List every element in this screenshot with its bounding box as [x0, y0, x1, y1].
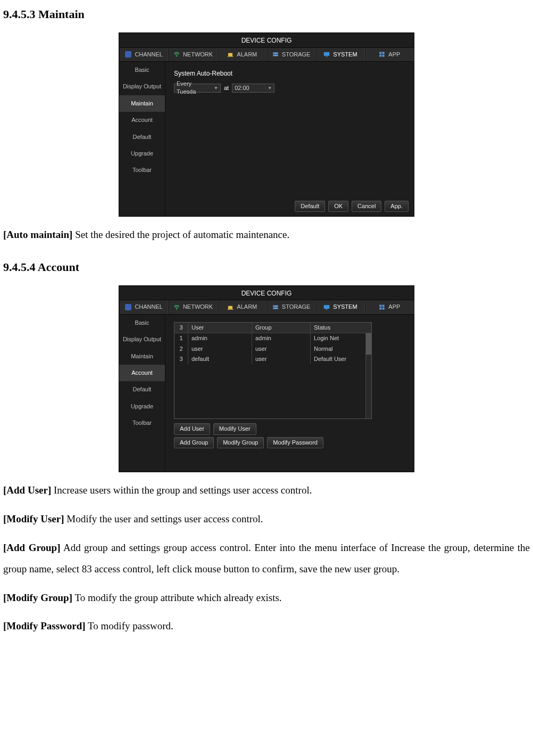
- tab-channel[interactable]: CHANNEL: [119, 48, 168, 61]
- tab-network-label: NETWORK: [183, 51, 213, 59]
- tab-storage-label: STORAGE: [282, 303, 311, 311]
- tab-system-label: SYSTEM: [333, 303, 357, 311]
- cell-status: Login Net: [311, 333, 371, 343]
- table-row[interactable]: 3 default user Default User: [174, 354, 371, 364]
- modify-user-description: [Modify User] Modify the user and settin…: [3, 508, 530, 530]
- sidebar-item-display-output[interactable]: Display Output: [119, 331, 165, 348]
- tab-storage-label: STORAGE: [282, 51, 311, 59]
- wifi-icon: [173, 51, 180, 58]
- panel-tabs: CHANNEL NETWORK ALARM STORAGE SYSTEM APP: [119, 47, 414, 62]
- sidebar-item-upgrade[interactable]: Upgrade: [119, 145, 165, 162]
- modify-group-button[interactable]: Modify Group: [217, 437, 264, 448]
- svg-rect-19: [382, 305, 385, 307]
- tab-system[interactable]: SYSTEM: [315, 48, 364, 61]
- tab-channel[interactable]: CHANNEL: [119, 300, 168, 314]
- cell-user: default: [188, 354, 252, 364]
- svg-rect-16: [324, 305, 330, 309]
- add-user-button[interactable]: Add User: [174, 423, 210, 434]
- account-table-header: 3 User Group Status: [174, 323, 371, 333]
- tab-system[interactable]: SYSTEM: [315, 300, 364, 314]
- sidebar-item-basic[interactable]: Basic: [119, 315, 165, 331]
- cell-group: user: [252, 344, 311, 354]
- sidebar-item-upgrade[interactable]: Upgrade: [119, 398, 165, 415]
- default-button[interactable]: Default: [295, 201, 325, 212]
- table-row[interactable]: 1 admin admin Login Net: [174, 333, 371, 343]
- device-config-panel-maintain: DEVICE CONFIG CHANNEL NETWORK ALARM STOR…: [119, 32, 414, 217]
- sidebar-item-toolbar[interactable]: Toolbar: [119, 162, 165, 178]
- svg-rect-9: [380, 55, 382, 57]
- sidebar: Basic Display Output Maintain Account De…: [119, 62, 165, 216]
- wifi-icon: [173, 303, 180, 311]
- add-user-text: Increase users within the group and sett…: [51, 484, 312, 496]
- svg-rect-18: [380, 305, 382, 307]
- sidebar-item-account[interactable]: Account: [119, 112, 165, 128]
- modify-group-term: [Modify Group]: [3, 592, 72, 603]
- tab-network[interactable]: NETWORK: [168, 48, 217, 61]
- svg-rect-20: [380, 308, 382, 310]
- tab-network-label: NETWORK: [183, 303, 213, 311]
- sidebar-item-toolbar[interactable]: Toolbar: [119, 415, 165, 431]
- svg-rect-5: [324, 52, 330, 56]
- auto-maintain-text: Set the desired the project of automatic…: [72, 229, 289, 240]
- cancel-button[interactable]: Cancel: [352, 201, 381, 212]
- ok-button[interactable]: OK: [328, 201, 348, 212]
- tab-app[interactable]: APP: [365, 48, 414, 61]
- tab-storage[interactable]: STORAGE: [266, 48, 315, 61]
- add-group-description: [Add Group] Add group and settings group…: [3, 537, 530, 580]
- tab-alarm[interactable]: ALARM: [218, 300, 266, 314]
- account-table: 3 User Group Status 1 admin admin Login …: [174, 322, 372, 419]
- panel-title: DEVICE CONFIG: [119, 33, 414, 47]
- sidebar-item-display-output[interactable]: Display Output: [119, 78, 165, 95]
- sidebar-item-basic[interactable]: Basic: [119, 62, 165, 78]
- tab-app-label: APP: [388, 51, 400, 59]
- sidebar-item-maintain[interactable]: Maintain: [119, 348, 165, 365]
- tab-alarm[interactable]: ALARM: [218, 48, 266, 61]
- svg-rect-8: [382, 52, 385, 54]
- modify-password-button[interactable]: Modify Password: [267, 437, 323, 448]
- col-group: Group: [252, 323, 311, 333]
- system-icon: [323, 303, 330, 311]
- add-user-description: [Add User] Increase users within the gro…: [3, 480, 530, 501]
- reboot-time-select[interactable]: 02:00 ▼: [232, 84, 274, 93]
- scrollbar-thumb[interactable]: [366, 333, 371, 355]
- modify-user-term: [Modify User]: [3, 513, 64, 524]
- svg-rect-13: [228, 309, 234, 310]
- cell-group: admin: [252, 333, 311, 343]
- modify-user-button[interactable]: Modify User: [213, 423, 256, 434]
- modify-password-term: [Modify Password]: [3, 620, 86, 631]
- add-group-text: Add group and settings group access cont…: [3, 542, 530, 574]
- app-icon: [378, 51, 386, 58]
- channel-icon: [124, 51, 132, 58]
- vertical-scrollbar[interactable]: [365, 333, 371, 418]
- sidebar-item-account[interactable]: Account: [119, 365, 165, 381]
- tab-storage[interactable]: STORAGE: [266, 300, 315, 314]
- modify-password-text: To modify password.: [86, 620, 173, 631]
- tab-channel-label: CHANNEL: [135, 51, 163, 59]
- reboot-day-value: Every Tuesda: [177, 80, 212, 96]
- cell-n: 3: [174, 354, 188, 364]
- tab-app[interactable]: APP: [365, 300, 414, 314]
- sidebar-item-maintain[interactable]: Maintain: [119, 95, 165, 112]
- tab-network[interactable]: NETWORK: [168, 300, 217, 314]
- tab-channel-label: CHANNEL: [135, 303, 163, 311]
- svg-rect-10: [382, 55, 385, 57]
- add-group-button[interactable]: Add Group: [174, 437, 214, 448]
- section-heading-account: 9.4.5.4 Account: [3, 259, 530, 276]
- app-button[interactable]: App.: [385, 201, 409, 212]
- cell-group: user: [252, 354, 311, 364]
- tab-app-label: APP: [388, 303, 400, 311]
- cell-status: Normal: [311, 344, 371, 354]
- tab-alarm-label: ALARM: [237, 51, 257, 59]
- svg-point-0: [176, 55, 177, 56]
- add-group-term: [Add Group]: [3, 542, 60, 553]
- auto-reboot-heading: System Auto-Reboot: [174, 69, 405, 78]
- svg-rect-6: [326, 56, 328, 57]
- sidebar-item-default[interactable]: Default: [119, 381, 165, 398]
- sidebar-item-default[interactable]: Default: [119, 129, 165, 145]
- svg-rect-3: [273, 53, 278, 54]
- reboot-day-select[interactable]: Every Tuesda ▼: [174, 84, 221, 93]
- tab-alarm-label: ALARM: [237, 303, 257, 311]
- table-row[interactable]: 2 user user Normal: [174, 344, 371, 354]
- svg-rect-2: [228, 56, 234, 57]
- chevron-down-icon: ▼: [268, 85, 272, 91]
